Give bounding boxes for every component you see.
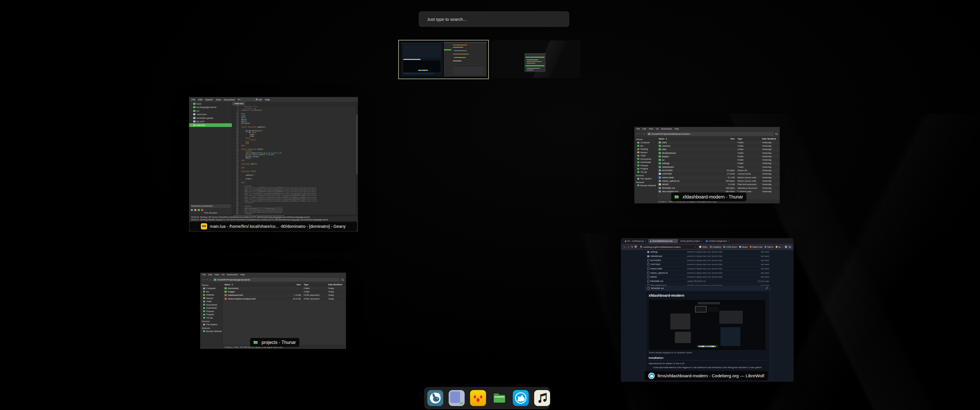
file-icon xyxy=(193,121,196,122)
readme-title: xfdashboard-modern xyxy=(649,294,767,297)
thunar-app-icon xyxy=(253,341,258,344)
file-date: Yesterday xyxy=(762,166,778,168)
repo-file-table: settingspivoted to skippy style over gno… xyxy=(646,250,770,288)
file-name-cell: documents xyxy=(224,287,284,289)
browser-tab[interactable]: strava pipeline project× xyxy=(679,239,704,243)
device-label: File System xyxy=(206,323,217,326)
commit-message: pivoted to skippy style over gnome style xyxy=(687,259,752,261)
geany-tree-item-label: src xyxy=(196,110,199,112)
dock-item-diamond-game[interactable] xyxy=(470,390,486,406)
sidebar-item-downloads: Downloads xyxy=(635,161,657,164)
place-label: Projects xyxy=(206,313,214,316)
commit-message: update README.md xyxy=(687,280,752,282)
up-icon: ^ xyxy=(207,279,208,281)
file-date: Yesterday xyxy=(762,159,778,161)
dock-item-librewolf[interactable] xyxy=(513,390,529,406)
dock-item-xfdashboard[interactable] xyxy=(449,390,465,406)
sidebar-item-tic-80: TIC-80 xyxy=(635,170,657,174)
readme-dep-command: • sudo apt install libwnck-3-dev libgarc… xyxy=(649,366,767,369)
librewolf-window-label[interactable]: firns/xfdashboard-modern - Codeberg.org … xyxy=(644,371,768,380)
bookmark-favicon xyxy=(699,246,701,248)
place-label: firn xyxy=(640,145,643,147)
file-date: Yesterday xyxy=(762,145,778,147)
workspace-thumbnail-2[interactable] xyxy=(491,40,580,78)
thunar-file-list: Name ∨SizeTypeDate ModifieddocumentsFold… xyxy=(223,283,346,345)
thunar-path-text: /home/firn/Projects/pages/projects/ xyxy=(217,278,250,281)
commit-age: last week xyxy=(752,276,769,278)
file-name-cell: plugins xyxy=(659,155,718,158)
dock-item-music-player[interactable] xyxy=(534,390,550,406)
folder-icon xyxy=(659,166,661,168)
repo-file-row: xfdashboardpivoted to skippy style over … xyxy=(646,254,770,259)
commit-age: last week xyxy=(752,263,769,265)
file-type: Markdown document xyxy=(738,187,762,189)
repo-file-name-cell: AUTHORS xyxy=(647,259,687,262)
devices-header: Devices xyxy=(200,319,223,323)
browser-tab[interactable]: christian haagemann× xyxy=(705,239,731,243)
bookmark-star-icon: ☆ xyxy=(694,246,696,248)
bookmarks-bar: TIDALCodebergLÖVE forumStravaMakerTubeWe… xyxy=(699,246,781,248)
file-row: documentsFolderToday xyxy=(223,286,346,290)
file-name: libxfdashboard xyxy=(662,152,676,154)
place-icon xyxy=(203,314,205,315)
sidebar-item-firn: firn xyxy=(200,290,223,294)
repo-file-name-cell: xfdashboard xyxy=(647,255,687,257)
geany-window-label[interactable]: main.lua - /home/firn/.local/share/co...… xyxy=(189,221,357,231)
sidebar-item-documents: Documents xyxy=(200,303,223,307)
librewolf-window-preview[interactable]: firn - codeberg.org×firns/xfdashboard-mo… xyxy=(621,238,794,382)
thunar-xfdashboard-window-preview[interactable]: FileEditViewGoBookmarksHelp ‹ › ^ ⌂ /hom… xyxy=(634,127,780,203)
geany-tree-item: dominatro.geany xyxy=(189,116,232,120)
repo-file-row: settingspivoted to skippy style over gno… xyxy=(646,250,770,254)
sidebar-item-trash: Trash xyxy=(635,154,657,157)
search-input[interactable]: Just type to search... xyxy=(419,11,569,27)
file-type: Folder xyxy=(738,141,762,144)
file-row: meson_options.txt783 bytesMeson source c… xyxy=(657,179,780,183)
file-icon xyxy=(659,173,661,175)
tab-close-icon: × xyxy=(701,240,702,242)
thunar-projects-window-preview[interactable]: FileEditViewGoBookmarksHelp ‹ › ^ ⌂ /hom… xyxy=(200,272,346,349)
file-row: commonFolderYesterday xyxy=(657,144,780,148)
thunar-menubar: FileEditViewGoBookmarksHelp xyxy=(200,273,346,277)
repo-file-name-cell: meson.build xyxy=(647,267,687,270)
file-row: README.md768 bytesMarkdown documentYeste… xyxy=(657,186,780,190)
file-size: 10.6 KiB xyxy=(284,297,304,300)
geany-window-preview[interactable]: FileEditSearchViewDocumentProjectBuildTo… xyxy=(189,97,358,232)
file-date: Yesterday xyxy=(762,176,778,179)
column-headers: Name ∨SizeTypeDate Modified xyxy=(657,137,780,141)
geany-document-tab: main.lua xyxy=(232,102,245,106)
bookmark-label: Web.tv xyxy=(767,246,773,248)
dock-item-bunny-app[interactable] xyxy=(427,390,443,406)
place-icon xyxy=(637,155,639,157)
place-icon xyxy=(637,161,639,163)
thunar-projects-window-label[interactable]: projects - Thunar xyxy=(250,338,299,347)
thunar-path-text: /home/firn/Projects/xfdashboard-modern/ xyxy=(652,133,690,135)
file-name-cell: libxfdashboard xyxy=(659,152,718,154)
file-name: xfdashboard xyxy=(662,166,674,168)
browser-tab[interactable]: firn - codeberg.org× xyxy=(623,239,648,243)
expander-icon: › xyxy=(191,103,192,105)
file-size: 783 bytes xyxy=(718,180,738,182)
geany-menu-edit: Edit xyxy=(198,98,202,101)
bunny-app-icon xyxy=(427,390,443,406)
file-row: libxfdashboardFolderYesterday xyxy=(657,151,780,154)
repo-file-row: meson_options.txtpivoted to skippy style… xyxy=(646,271,770,275)
browser-tab[interactable]: firns/xfdashboard-mod...× xyxy=(648,239,678,243)
sort-indicator-icon: ∨ xyxy=(665,138,667,140)
place-label: Downloads xyxy=(206,307,217,309)
file-name: COPYING xyxy=(662,173,672,175)
workspace-thumbnail-1[interactable] xyxy=(398,40,489,79)
file-icon xyxy=(647,259,649,262)
file-size: 1.9 KiB xyxy=(718,183,738,186)
file-name-cell: AUTHORS xyxy=(659,169,718,172)
thunar-file-list: Name ∨SizeTypeDate ModifiedbuildFolderYe… xyxy=(657,137,780,200)
thunar-xfdashboard-window-label[interactable]: xfdashboard-modern - Thunar xyxy=(671,192,746,201)
bookmark-icon xyxy=(191,209,193,211)
tab-favicon xyxy=(706,240,708,242)
bookmark-web-tv: Web.tv xyxy=(765,246,773,248)
dock-item-file-manager[interactable] xyxy=(492,390,508,406)
file-row: settingsFolderYesterday xyxy=(657,162,780,165)
file-name: meson_options.txt xyxy=(662,180,679,182)
url-bar: codeberg.org/firns/xfdashboard-modern ☆ xyxy=(638,245,698,249)
sidebar-item-desktop: Desktop xyxy=(200,293,223,297)
repo-file-name-cell: NEWS xyxy=(647,276,687,278)
